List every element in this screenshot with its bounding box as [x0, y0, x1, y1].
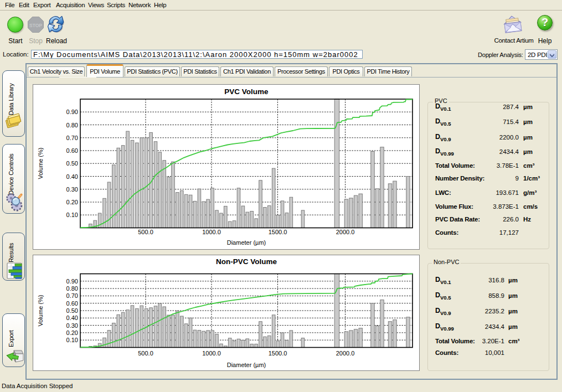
svg-text:0.70: 0.70	[66, 292, 78, 299]
svg-text:0.90: 0.90	[66, 109, 78, 115]
svg-text:0.10: 0.10	[66, 337, 78, 343]
svg-text:0.20: 0.20	[66, 329, 78, 336]
svg-text:0.30: 0.30	[66, 322, 78, 329]
svg-text:2000.0: 2000.0	[336, 350, 355, 357]
svg-text:0.10: 0.10	[66, 212, 78, 218]
svg-text:0.60: 0.60	[66, 147, 78, 154]
svg-text:500.0: 500.0	[138, 229, 153, 235]
svg-text:0.60: 0.60	[66, 300, 78, 307]
svg-text:0.50: 0.50	[66, 160, 78, 167]
svg-text:Diameter (µm): Diameter (µm)	[227, 362, 266, 368]
svg-text:STOP: STOP	[29, 23, 42, 28]
svg-text:Non-PVC Volume: Non-PVC Volume	[216, 257, 277, 266]
svg-text:1000.0: 1000.0	[202, 229, 221, 235]
svg-text:0.50: 0.50	[66, 307, 78, 314]
svg-text:Volume (%): Volume (%)	[37, 295, 44, 327]
svg-text:500.0: 500.0	[138, 350, 153, 357]
svg-text:1500.0: 1500.0	[269, 350, 287, 357]
svg-text:0.90: 0.90	[66, 278, 78, 285]
svg-text:1500.0: 1500.0	[269, 229, 287, 235]
svg-text:0.80: 0.80	[66, 122, 78, 128]
svg-text:1000.0: 1000.0	[202, 350, 221, 357]
svg-text:0.80: 0.80	[66, 285, 78, 292]
svg-text:Diameter (µm): Diameter (µm)	[227, 239, 266, 246]
svg-text:0.40: 0.40	[66, 314, 78, 321]
svg-text:0.30: 0.30	[66, 186, 78, 193]
svg-text:2000.0: 2000.0	[336, 229, 355, 235]
svg-text:PVC Volume: PVC Volume	[224, 87, 269, 96]
svg-text:0.40: 0.40	[66, 173, 78, 180]
svg-text:Volume (%): Volume (%)	[37, 148, 44, 179]
svg-text:0.20: 0.20	[66, 199, 78, 205]
svg-text:0.70: 0.70	[66, 135, 78, 141]
